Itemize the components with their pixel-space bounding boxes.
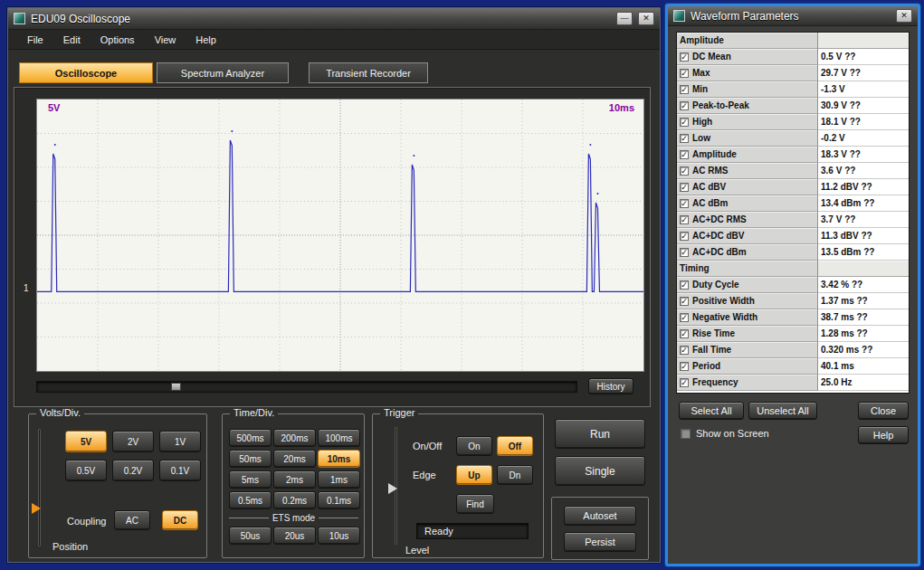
tab-transient-recorder[interactable]: Transient Recorder	[309, 62, 428, 83]
param-label-cell[interactable]: ✓Duty Cycle	[677, 277, 818, 293]
time-button-5ms[interactable]: 5ms	[229, 470, 271, 489]
param-label-cell[interactable]: ✓Fall Time	[677, 342, 818, 358]
param-label-cell[interactable]: ✓Low	[677, 130, 818, 147]
close-button[interactable]: Close	[858, 402, 909, 420]
select-all-button[interactable]: Select All	[679, 402, 744, 420]
param-label-cell[interactable]: ✓AC dBV	[677, 179, 818, 195]
horizontal-scrollbar[interactable]	[36, 381, 577, 393]
param-label-cell[interactable]: ✓Amplitude	[677, 147, 818, 163]
persist-button[interactable]: Persist	[564, 532, 636, 552]
param-checkbox[interactable]: ✓	[680, 101, 689, 110]
param-value: 0.320 ms ??	[818, 342, 909, 358]
param-checkbox[interactable]: ✓	[680, 183, 689, 192]
menu-help[interactable]: Help	[186, 32, 226, 48]
param-label-cell[interactable]: ✓AC+DC RMS	[677, 212, 818, 228]
volts-button-2v[interactable]: 2V	[112, 431, 154, 452]
time-button-500ms[interactable]: 500ms	[229, 429, 271, 447]
channel-1-marker[interactable]: 1	[24, 283, 29, 293]
param-label-cell[interactable]: ✓Min	[677, 81, 818, 98]
param-checkbox[interactable]: ✓	[680, 134, 689, 143]
param-checkbox[interactable]: ✓	[680, 69, 689, 78]
param-label-cell[interactable]: ✓Negative Width	[677, 309, 818, 326]
param-label-cell[interactable]: ✓High	[677, 114, 818, 130]
param-label-cell[interactable]: ✓Frequency	[677, 375, 818, 391]
param-label-cell[interactable]: ✓Positive Width	[677, 293, 818, 309]
run-button[interactable]: Run	[555, 419, 645, 449]
trigger-level-slider-handle[interactable]	[388, 483, 397, 494]
volts-button-5v[interactable]: 5V	[65, 431, 107, 452]
unselect-all-button[interactable]: Unselect All	[748, 402, 817, 420]
time-button-1ms[interactable]: 1ms	[318, 470, 360, 489]
volts-button-02v[interactable]: 0.2V	[112, 460, 154, 481]
time-button-10ms[interactable]: 10ms	[318, 450, 360, 468]
time-button-01ms[interactable]: 0.1ms	[318, 491, 360, 509]
time-button-200ms[interactable]: 200ms	[273, 429, 316, 447]
time-button-100ms[interactable]: 100ms	[318, 429, 360, 447]
trigger-edge-button-up[interactable]: Up	[456, 465, 492, 485]
param-label-cell[interactable]: ✓AC dBm	[677, 195, 818, 212]
show-on-screen-checkbox[interactable]	[681, 429, 691, 439]
menu-options[interactable]: Options	[90, 32, 145, 48]
param-checkbox[interactable]: ✓	[680, 215, 689, 224]
close-icon[interactable]: ✕	[638, 12, 654, 25]
scrollbar-thumb[interactable]	[171, 383, 181, 391]
param-checkbox[interactable]: ✓	[680, 362, 689, 371]
position-slider-track[interactable]	[38, 429, 41, 546]
param-checkbox[interactable]: ✓	[680, 232, 689, 241]
param-label-cell[interactable]: ✓AC RMS	[677, 163, 818, 179]
time-button-2ms[interactable]: 2ms	[273, 470, 316, 489]
minimize-icon[interactable]: —	[616, 12, 633, 25]
main-titlebar[interactable]: EDU09 Oscilloscope — ✕	[8, 8, 660, 30]
single-button[interactable]: Single	[555, 456, 645, 486]
param-label-cell[interactable]: ✓Period	[677, 358, 818, 375]
help-button[interactable]: Help	[858, 426, 909, 444]
param-checkbox[interactable]: ✓	[680, 346, 689, 355]
param-checkbox[interactable]: ✓	[680, 313, 689, 322]
param-checkbox[interactable]: ✓	[680, 329, 689, 338]
time-button-50ms[interactable]: 50ms	[229, 450, 271, 468]
param-label-cell[interactable]: ✓Peak-to-Peak	[677, 98, 818, 114]
param-checkbox[interactable]: ✓	[680, 297, 689, 306]
param-checkbox[interactable]: ✓	[680, 280, 689, 290]
param-checkbox[interactable]: ✓	[680, 199, 689, 208]
param-checkbox[interactable]: ✓	[680, 248, 689, 257]
param-checkbox[interactable]: ✓	[680, 378, 689, 387]
tab-spectrum-analyzer[interactable]: Spectrum Analyzer	[157, 62, 289, 83]
ets-button-10us[interactable]: 10us	[318, 527, 360, 545]
param-checkbox[interactable]: ✓	[680, 85, 689, 94]
autoset-button[interactable]: Autoset	[564, 506, 636, 526]
menu-edit[interactable]: Edit	[53, 32, 90, 48]
ets-button-20us[interactable]: 20us	[273, 527, 316, 545]
volts-button-05v[interactable]: 0.5V	[65, 460, 107, 481]
position-slider-handle[interactable]	[32, 503, 41, 514]
param-label-cell[interactable]: ✓Rise Time	[677, 326, 818, 342]
time-button-05ms[interactable]: 0.5ms	[229, 491, 271, 509]
trigger-find-button[interactable]: Find	[456, 494, 494, 514]
coupling-button-ac[interactable]: AC	[114, 510, 150, 530]
volts-button-1v[interactable]: 1V	[159, 431, 201, 452]
time-button-20ms[interactable]: 20ms	[273, 450, 316, 468]
param-label-cell[interactable]: ✓DC Mean	[677, 49, 818, 65]
tab-oscilloscope[interactable]: Oscilloscope	[19, 62, 153, 83]
trigger-edge-button-dn[interactable]: Dn	[497, 465, 533, 485]
menu-file[interactable]: File	[17, 32, 53, 48]
coupling-button-dc[interactable]: DC	[162, 510, 198, 530]
trigger-onoff-button-on[interactable]: On	[456, 436, 492, 456]
params-close-icon[interactable]: ✕	[896, 9, 912, 23]
param-label-cell[interactable]: ✓AC+DC dBV	[677, 228, 818, 244]
volts-per-div-readout: 5V	[48, 102, 60, 113]
volts-button-01v[interactable]: 0.1V	[159, 460, 201, 481]
param-label-cell[interactable]: ✓Max	[677, 65, 818, 81]
param-checkbox[interactable]: ✓	[680, 52, 689, 62]
param-label-cell[interactable]: ✓AC+DC dBm	[677, 244, 818, 261]
params-titlebar[interactable]: Waveform Parameters ✕	[668, 6, 918, 26]
trigger-onoff-button-off[interactable]: Off	[497, 436, 533, 456]
volts-div-group: Volts/Div. 5V2V1V0.5V0.2V0.1V Coupling A…	[28, 413, 207, 558]
ets-button-50us[interactable]: 50us	[229, 527, 271, 545]
time-button-02ms[interactable]: 0.2ms	[273, 491, 316, 509]
menu-view[interactable]: View	[145, 32, 186, 48]
history-button[interactable]: History	[588, 378, 633, 394]
param-checkbox[interactable]: ✓	[680, 166, 689, 176]
param-checkbox[interactable]: ✓	[680, 150, 689, 159]
param-checkbox[interactable]: ✓	[680, 118, 689, 127]
